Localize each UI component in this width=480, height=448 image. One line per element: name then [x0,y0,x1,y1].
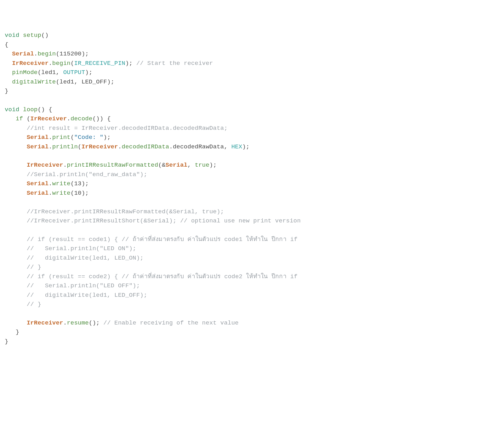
code-token: . [49,180,52,187]
code-token: ); [209,162,217,169]
code-token: loop [23,106,37,113]
code-token: Serial [12,50,34,57]
code-token [5,115,16,122]
code-token: IrReceiver [27,319,63,326]
code-token [5,319,27,326]
code-token [19,32,23,39]
code-token: (& [158,162,165,169]
code-token [5,60,12,67]
code-line [5,198,475,207]
code-token: // Serial.println("LED ON"); [27,245,136,252]
code-token [5,50,12,57]
code-token: // } [27,301,41,308]
code-line: // if (result == code2) { // ถ้าค่าที่ส่… [5,272,475,281]
code-token: ( [78,143,82,150]
code-token: Serial [166,162,188,169]
code-token: // digitalWrite(led1, LED_OFF); [27,292,147,299]
code-line: } [5,328,475,337]
code-token: } [5,88,9,95]
code-token: // Serial.println("LED OFF"); [27,282,140,289]
code-token: ); [125,60,136,67]
code-token: ( [71,180,74,187]
code-token [5,273,27,280]
code-token: pinMode [12,69,37,76]
code-line: //Serial.println("end_raw_data"); [5,170,475,179]
code-token: . [63,319,67,326]
code-token [5,208,27,215]
code-token: 115200 [60,50,82,57]
code-line: void setup() [5,31,475,40]
code-line: // } [5,300,475,309]
code-token: , [187,162,195,169]
code-token: // Start the receiver [136,60,213,67]
code-token: decode [71,115,93,122]
code-token: //int result = IrReceiver.decodedIRData.… [27,125,228,132]
code-token: void [5,106,19,113]
code-token: IrReceiver [82,143,118,150]
code-line: // Serial.println("LED ON"); [5,244,475,253]
code-token [5,236,27,243]
code-token: // Enable receiving of the next value [103,319,238,326]
code-line: //IrReceiver.printIRResultRawFormatted(&… [5,207,475,216]
code-token: . [49,143,52,150]
code-token: IR_RECEIVE_PIN [74,60,125,67]
code-token [5,292,27,299]
code-line [5,309,475,318]
code-token: ( [71,190,74,197]
code-token: begin [52,60,71,67]
code-line: // } [5,263,475,272]
code-token: IrReceiver [30,115,67,122]
code-token: () [41,32,49,39]
code-token: printIRResultRawFormatted [67,162,158,169]
code-token: ); [82,190,89,197]
code-token: true [195,162,209,169]
code-token: . [49,60,52,67]
code-line: digitalWrite(led1, LED_OFF); [5,78,475,87]
code-token: // } [27,264,41,271]
code-token [5,134,27,141]
code-token: HEX [231,143,242,150]
code-token: ()) { [93,115,111,122]
code-token: ( [56,50,60,57]
code-token: . [49,134,52,141]
code-token: 13 [74,180,81,187]
code-token: decodedIRData [122,143,169,150]
code-line [5,96,475,105]
code-token: (); [89,319,103,326]
code-token: "Code: " [74,134,103,141]
code-line: Serial.write(13); [5,179,475,188]
code-line: } [5,337,475,346]
code-token: if [16,115,23,122]
code-line: // Serial.println("LED OFF"); [5,281,475,290]
code-line: pinMode(led1, OUTPUT); [5,68,475,77]
code-line: Serial.begin(115200); [5,49,475,59]
code-token [5,282,27,289]
code-token: . [49,190,52,197]
code-token: . [67,115,71,122]
code-token: setup [23,32,41,39]
code-token [5,180,27,187]
code-token: . [63,162,67,169]
code-token: write [52,180,71,187]
code-token: Serial [27,134,49,141]
code-token [5,125,27,132]
code-line: { [5,40,475,49]
code-token: } [5,338,9,345]
code-token: resume [67,319,89,326]
code-line [5,152,475,161]
code-token: void [5,32,19,39]
code-token: write [52,190,71,197]
code-token: ); [82,180,89,187]
code-line: // digitalWrite(led1, LED_ON); [5,254,475,263]
code-block: void setup(){ Serial.begin(115200); IrRe… [5,31,475,346]
code-token [5,171,27,178]
code-line: IrReceiver.resume(); // Enable receiving… [5,319,475,328]
code-token [5,143,27,150]
code-token [5,301,27,308]
code-token [5,245,27,252]
code-token [5,217,27,224]
code-line: // if (result == code1) { // ถ้าค่าที่ส่… [5,235,475,244]
code-token: } [5,329,19,336]
code-line: // digitalWrite(led1, LED_OFF); [5,291,475,300]
code-token [5,190,27,197]
